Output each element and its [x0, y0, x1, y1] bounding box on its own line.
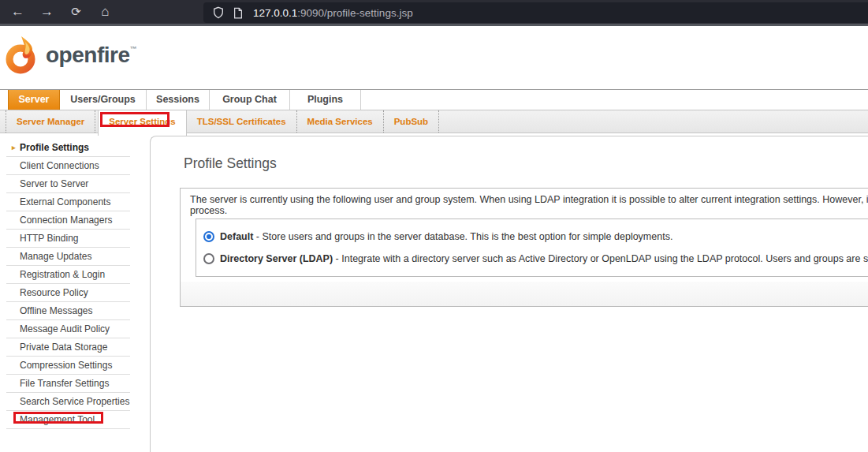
sidebar-item-file-transfer-settings[interactable]: File Transfer Settings [6, 375, 130, 393]
sidebar-item-manage-updates[interactable]: Manage Updates [6, 248, 130, 266]
option-default[interactable]: Default - Store users and groups in the … [203, 226, 868, 248]
subtab-tls-ssl-certificates[interactable]: TLS/SSL Certificates [187, 110, 297, 133]
box-footer [181, 282, 868, 306]
radio-ldap[interactable] [203, 253, 214, 264]
sidebar-item-connection-managers[interactable]: Connection Managers [6, 211, 130, 230]
radio-default[interactable] [203, 231, 214, 242]
sidebar-item-management-tool[interactable]: Management Tool [6, 411, 130, 429]
option-ldap-text: Directory Server (LDAP) - Integrate with… [220, 253, 868, 264]
forward-icon[interactable]: → [32, 1, 61, 23]
tab-sessions[interactable]: Sessions [147, 90, 210, 110]
option-ldap[interactable]: Directory Server (LDAP) - Integrate with… [203, 248, 868, 270]
browser-toolbar: ← → ⟳ ⌂ 127.0.0.1:9090/profile-settings.… [0, 0, 868, 26]
shield-icon[interactable] [212, 6, 225, 19]
page-title: Profile Settings [184, 155, 868, 172]
subtab-server-settings[interactable]: Server Settings [98, 110, 186, 136]
option-default-text: Default - Store users and groups in the … [220, 231, 672, 242]
tab-plugins[interactable]: Plugins [290, 90, 361, 110]
sidebar-item-server-to-server[interactable]: Server to Server [6, 175, 130, 193]
intro-text-line1: The server is currently using the follow… [190, 195, 868, 205]
main-content: Profile Settings The server is currently… [150, 136, 868, 452]
subtab-server-manager[interactable]: Server Manager [6, 110, 95, 133]
primary-tab-bar: Server Users/Groups Sessions Group Chat … [0, 89, 868, 110]
brand-name: openfire™ [46, 43, 136, 68]
tab-group-chat[interactable]: Group Chat [210, 90, 290, 110]
trademark: ™ [129, 45, 136, 53]
tab-users-groups[interactable]: Users/Groups [60, 90, 147, 110]
intro-text-line2: process. [190, 205, 868, 216]
reload-icon[interactable]: ⟳ [61, 1, 91, 23]
sidebar-item-message-audit-policy[interactable]: Message Audit Policy [6, 320, 130, 338]
profile-options-box: Default - Store users and groups in the … [196, 219, 868, 277]
sidebar-item-profile-settings[interactable]: ▸ Profile Settings [6, 139, 130, 157]
sidebar-item-search-service-properties[interactable]: Search Service Properties [6, 393, 130, 411]
secondary-tab-bar: Server Manager Server Settings TLS/SSL C… [0, 110, 868, 133]
home-icon[interactable]: ⌂ [91, 1, 120, 23]
sidebar-item-label: Management Tool [20, 414, 95, 425]
flame-icon [4, 35, 40, 75]
sidebar-item-offline-messages[interactable]: Offline Messages [6, 302, 130, 320]
header: openfire™ [0, 26, 868, 89]
option-ldap-description: - Integrate with a directory server such… [336, 253, 868, 264]
option-default-description: - Store users and groups in the server d… [256, 231, 673, 242]
sidebar-item-external-components[interactable]: External Components [6, 193, 130, 211]
url-bar[interactable]: 127.0.0.1:9090/profile-settings.jsp [203, 2, 868, 23]
back-icon[interactable]: ← [3, 1, 32, 23]
sidebar-item-private-data-storage[interactable]: Private Data Storage [6, 338, 130, 357]
sidebar-item-client-connections[interactable]: Client Connections [6, 157, 130, 175]
url-text: 127.0.0.1:9090/profile-settings.jsp [253, 7, 413, 19]
sidebar-item-resource-policy[interactable]: Resource Policy [6, 284, 130, 302]
openfire-logo: openfire™ [4, 35, 136, 75]
profile-settings-box: The server is currently using the follow… [180, 188, 868, 307]
sidebar-item-http-binding[interactable]: HTTP Binding [6, 230, 130, 248]
subtab-server-settings-label: Server Settings [109, 117, 175, 126]
subtab-media-services[interactable]: Media Services [297, 110, 384, 133]
subtab-pubsub[interactable]: PubSub [384, 110, 439, 133]
url-path: :9090/profile-settings.jsp [297, 7, 412, 19]
option-ldap-label: Directory Server (LDAP) [220, 253, 333, 264]
sidebar: ▸ Profile Settings Client Connections Se… [0, 133, 150, 452]
option-default-label: Default [220, 231, 253, 242]
url-domain: 127.0.0.1 [253, 7, 297, 19]
active-arrow-icon: ▸ [12, 139, 16, 157]
page-icon [233, 7, 244, 19]
sidebar-item-label: Profile Settings [20, 142, 89, 153]
sidebar-item-registration-login[interactable]: Registration & Login [6, 266, 130, 284]
sidebar-item-compression-settings[interactable]: Compression Settings [6, 357, 130, 375]
tab-server[interactable]: Server [8, 90, 60, 110]
